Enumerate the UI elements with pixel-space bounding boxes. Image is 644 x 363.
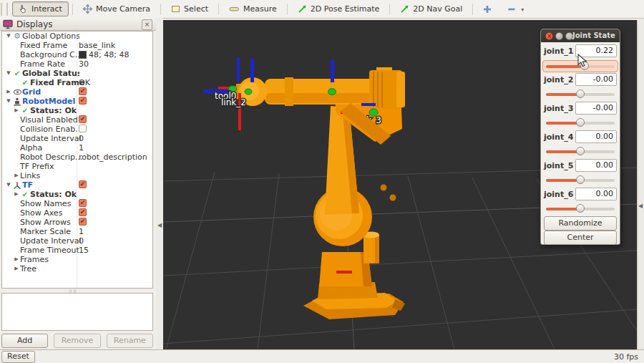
tree-row-value: 30 [79, 59, 152, 69]
tree-row-name: Frame Rate [2, 59, 87, 69]
reset-button[interactable]: Reset [1, 351, 35, 363]
checkbox-checked[interactable]: ✔ [79, 208, 87, 216]
collapse-right-icon[interactable]: ◀ [638, 203, 643, 209]
slider-handle[interactable] [576, 118, 585, 127]
center-button[interactable]: Center [544, 231, 617, 245]
tree-row[interactable]: ▶Links [2, 171, 152, 180]
slider-fill [546, 179, 580, 182]
tree-row-label: Global Options [22, 32, 79, 41]
tree-row[interactable]: ▶✔Status: Ok [2, 190, 152, 199]
joint-slider-joint_6[interactable] [543, 203, 618, 214]
expander-closed-icon[interactable]: ▶ [5, 87, 12, 97]
joint-value-field-joint_4[interactable]: 0.00 [575, 130, 617, 143]
tree-row[interactable]: Show Arrows✔ [2, 218, 152, 227]
tree-row[interactable]: Show Names✔ [2, 199, 152, 208]
slider-handle[interactable] [576, 175, 585, 184]
expander-closed-icon[interactable]: ▶ [13, 190, 20, 199]
tree-row[interactable]: Alpha1 [2, 143, 152, 153]
tf-x-axis [336, 271, 352, 274]
joint-value-field-joint_5[interactable]: 0.00 [575, 159, 617, 172]
tree-row[interactable]: ▶Grid✔ [2, 87, 152, 97]
expander-closed-icon[interactable]: ▶ [13, 255, 20, 264]
tree-row[interactable]: Robot Descrip...robot_description [2, 153, 152, 162]
tree-row[interactable]: Fixed Framebase_link [2, 41, 152, 50]
tree-row[interactable]: ▼⚙Global Options [2, 32, 152, 41]
tree-row[interactable]: Update Interval0 [2, 236, 152, 246]
displays-buttons: AddRemoveRename [1, 334, 153, 348]
joint-value-field-joint_2[interactable]: -0.00 [575, 73, 617, 86]
tree-row-name: ▶Links [2, 171, 87, 180]
minus-tool[interactable]: ▾ [501, 1, 530, 16]
tree-row[interactable]: Frame Rate30 [2, 59, 152, 69]
tool-measure[interactable]: Measure [223, 1, 283, 16]
toolbar-grip[interactable] [1, 3, 8, 16]
checkbox-checked[interactable]: ✔ [79, 218, 87, 226]
left-panel-splitter[interactable]: ◀ [156, 18, 163, 349]
plus-tool[interactable] [477, 1, 498, 16]
joint-slider-joint_3[interactable] [543, 117, 618, 128]
slider-handle[interactable] [576, 147, 585, 155]
joint-slider-joint_2[interactable] [543, 89, 618, 100]
tree-row[interactable]: ▶✔Status: Ok [2, 106, 152, 115]
slider-handle[interactable] [576, 204, 585, 213]
tool-interact[interactable]: Interact [12, 1, 69, 16]
tf-z-axis [331, 60, 334, 82]
expander-open-icon[interactable]: ▼ [5, 32, 12, 41]
tree-row[interactable]: ▼✔Global Status:... [2, 69, 152, 78]
tree-row[interactable]: ▼TF✔ [2, 180, 152, 190]
window-minimize-icon[interactable] [555, 32, 563, 40]
tree-row[interactable]: ✔Fixed FrameOK [2, 78, 152, 87]
tool-select[interactable]: Select [165, 1, 215, 16]
expander-closed-icon[interactable]: ▶ [13, 264, 20, 274]
displays-panel-title: Displays [16, 19, 52, 29]
slider-fill [546, 122, 580, 125]
tree-row-name: Marker Scale [2, 227, 87, 236]
checkbox-checked[interactable]: ✔ [79, 180, 87, 188]
tree-row[interactable]: Marker Scale1 [2, 227, 152, 236]
expander-open-icon[interactable]: ▼ [5, 180, 12, 190]
expander-open-icon[interactable]: ▼ [5, 97, 12, 106]
robot-icon [12, 97, 22, 106]
joint-window-title-bar[interactable]: × Joint State [541, 29, 620, 42]
right-panel-strip[interactable]: ◀ [637, 20, 644, 349]
collapse-left-icon[interactable]: ◀ [157, 222, 162, 228]
tool-move-camera[interactable]: Move Camera [77, 1, 157, 16]
joint-slider-joint_5[interactable] [543, 175, 618, 185]
expander-closed-icon[interactable]: ▶ [13, 106, 20, 115]
tool-2d-nav-goal[interactable]: 2D Nav Goal [394, 1, 469, 16]
checkbox-checked[interactable]: ✔ [79, 115, 87, 123]
joint-value-field-joint_6[interactable]: 0.00 [575, 188, 617, 200]
tree-row[interactable]: Show Axes✔ [2, 208, 152, 218]
tree-row-value: ✔ [79, 208, 152, 216]
tree-row-name: ▶Frames [2, 255, 87, 264]
tree-row-label: TF Prefix [20, 162, 54, 171]
tool-2d-pose-estimate[interactable]: 2D Pose Estimate [291, 1, 386, 16]
tree-row[interactable]: TF Prefix [2, 162, 152, 171]
joint-slider-joint_4[interactable] [543, 146, 618, 157]
tree-row[interactable]: Visual Enabled✔ [2, 115, 152, 125]
tree-row-label: Update Interval [20, 236, 81, 246]
tree-row[interactable]: ▶Tree [2, 264, 152, 274]
expander-closed-icon[interactable]: ▶ [13, 171, 20, 180]
color-swatch[interactable] [79, 51, 87, 59]
checkbox-checked[interactable]: ✔ [79, 97, 87, 105]
tree-row[interactable]: ▶Frames [2, 255, 152, 264]
tree-row[interactable]: ▼RobotModel✔ [2, 97, 152, 106]
toolbar-tools: InteractMove CameraSelectMeasure2D Pose … [11, 1, 532, 16]
tree-row[interactable]: Collision Enab... [2, 125, 152, 134]
checkbox-checked[interactable]: ✔ [79, 87, 87, 95]
window-close-icon[interactable]: × [545, 32, 553, 40]
tree-row[interactable]: Update Interval0 [2, 134, 152, 143]
joint-value-field-joint_3[interactable]: -0.00 [575, 102, 617, 115]
tree-row[interactable]: Frame Timeout15 [2, 246, 152, 255]
tf-origin-sphere [245, 89, 252, 95]
slider-handle[interactable] [576, 89, 585, 98]
expander-open-icon[interactable]: ▼ [5, 69, 12, 78]
close-icon[interactable]: × [142, 19, 152, 30]
checkbox-unchecked[interactable] [79, 125, 87, 132]
tree-row[interactable]: Background C...48; 48; 48 [2, 50, 152, 59]
checkbox-checked[interactable]: ✔ [79, 199, 87, 207]
add-button[interactable]: Add [1, 334, 48, 348]
randomize-button[interactable]: Randomize [544, 216, 617, 231]
caret-down-icon[interactable]: ▾ [519, 4, 524, 14]
